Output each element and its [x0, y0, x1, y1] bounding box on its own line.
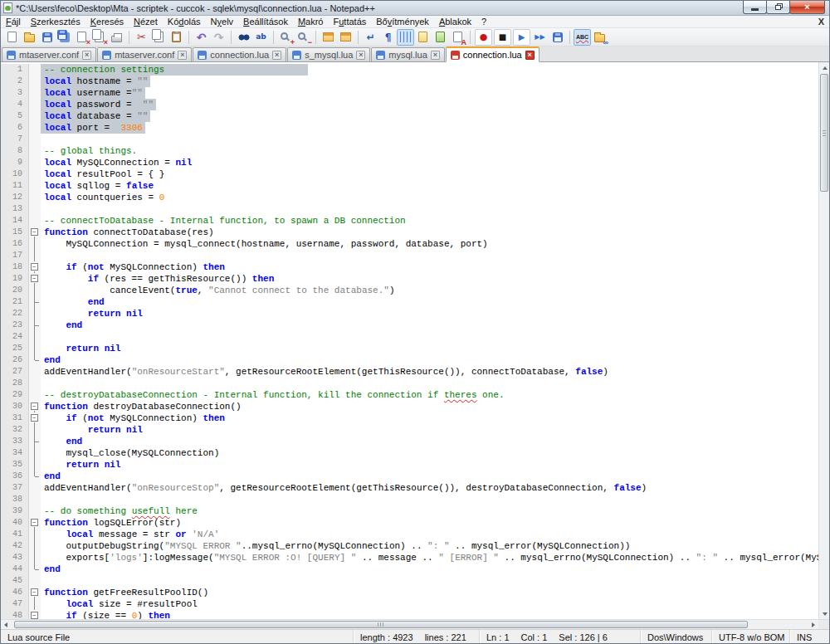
code-line[interactable]: 18− if (not MySQLConnection) then [1, 261, 818, 273]
code-line[interactable]: 7 [1, 134, 818, 145]
show-all-chars-button[interactable]: ¶ [379, 29, 397, 46]
scroll-left-arrow[interactable] [1, 620, 11, 630]
function-list-button[interactable]: A [449, 29, 466, 46]
save-all-button[interactable] [56, 29, 73, 46]
close-button[interactable]: × [789, 1, 825, 14]
code-line[interactable]: 34 mysql_close(MySQLConnection) [1, 447, 818, 459]
editor[interactable]: 1-- connection settings2local hostname =… [1, 62, 829, 619]
code-line[interactable]: 21 end [1, 296, 818, 308]
macro-save-button[interactable] [549, 29, 566, 46]
menu-item[interactable]: Nyelv [206, 17, 239, 27]
code-line[interactable]: 47 local size = #resultPool [1, 598, 818, 610]
tab-mysql.lua[interactable]: mysql.lua× [371, 47, 444, 61]
code-line[interactable]: 8-- global things. [1, 145, 818, 157]
status-eol-format[interactable]: Dos\Windows [640, 630, 711, 644]
code-line[interactable]: 42 outputDebugString("MYSQL ERROR "..mys… [1, 540, 818, 552]
code-line[interactable]: 11local sqllog = false [1, 180, 818, 192]
menu-item[interactable]: ? [476, 17, 491, 27]
tab-close-icon[interactable]: × [82, 51, 91, 60]
code-line[interactable]: 45 [1, 575, 818, 587]
sync-vertical-button[interactable] [320, 29, 337, 46]
fold-collapse-icon[interactable]: − [29, 587, 41, 598]
menu-item[interactable]: Bővítmények [371, 17, 434, 27]
sync-horizontal-button[interactable] [337, 29, 354, 46]
spell-check-button[interactable]: ABC [574, 29, 591, 46]
panel-button[interactable]: ∞ [591, 29, 608, 46]
code-line[interactable]: 14-- connectToDatabase - Internal functi… [1, 215, 818, 227]
code-line[interactable]: 17 [1, 250, 818, 261]
tab-mtaserver.conf[interactable]: mtaserver.conf× [2, 47, 96, 61]
tab-s_mysql.lua[interactable]: s_mysql.lua× [287, 47, 370, 61]
code-area[interactable]: 1-- connection settings2local hostname =… [1, 62, 818, 619]
menu-item[interactable]: Keresés [85, 17, 129, 27]
code-line[interactable]: 25 return nil [1, 343, 818, 354]
code-line[interactable]: 3local username ="" [1, 87, 818, 99]
zoom-out-button[interactable]: − [295, 29, 312, 46]
code-line[interactable]: 38 [1, 494, 818, 505]
doc-map-button[interactable] [432, 29, 449, 46]
code-line[interactable]: 4local password = "" [1, 99, 818, 110]
tab-connection.lua[interactable]: connection.lua× [193, 47, 286, 61]
save-button[interactable] [38, 29, 56, 46]
code-line[interactable]: 26end [1, 354, 818, 366]
code-line[interactable]: 24 [1, 331, 818, 343]
code-line[interactable]: 1-- connection settings [1, 64, 818, 76]
code-line[interactable]: 37addEventHandler("onResourceStop", getR… [1, 482, 818, 494]
menu-item[interactable]: Futtatás [329, 17, 372, 27]
code-line[interactable]: 23 end [1, 320, 818, 331]
code-line[interactable]: 10local resultPool = { } [1, 168, 818, 180]
menu-item[interactable]: Szerkesztés [26, 17, 85, 27]
horizontal-scrollbar-thumb[interactable] [14, 621, 748, 628]
code-line[interactable]: 41 local message = str or 'N/A' [1, 529, 818, 540]
fold-collapse-icon[interactable]: − [29, 261, 41, 273]
status-encoding[interactable]: UTF-8 w/o BOM [711, 630, 789, 644]
code-line[interactable]: 36end [1, 471, 818, 482]
code-line[interactable]: 30−function destroyDatabaseConnection() [1, 401, 818, 412]
tab-connection.lua[interactable]: connection.lua× [446, 46, 540, 62]
code-line[interactable]: 35 return nil [1, 459, 818, 471]
horizontal-scrollbar[interactable] [1, 619, 818, 629]
cut-button[interactable]: ✂ [133, 29, 150, 46]
title-bar[interactable]: *C:\Users\feco\Desktop\Mta - scriptek - … [1, 1, 829, 16]
print-button[interactable] [108, 29, 125, 46]
code-line[interactable]: 15−function connectToDatabase(res) [1, 227, 818, 238]
code-line[interactable]: 19− if (res == getThisResource()) then [1, 273, 818, 285]
menu-item[interactable]: Kódolás [163, 17, 206, 27]
minimize-button[interactable] [743, 1, 767, 14]
code-line[interactable]: 5local database = "" [1, 110, 818, 122]
fold-collapse-icon[interactable]: − [29, 273, 41, 285]
scroll-up-arrow[interactable] [819, 62, 829, 73]
code-line[interactable]: 12local countqueries = 0 [1, 192, 818, 203]
code-line[interactable]: 44end [1, 564, 818, 575]
macro-play-button[interactable]: ▶ [513, 29, 530, 46]
indent-guide-button[interactable] [397, 29, 414, 46]
close-all-button[interactable]: × [90, 29, 108, 46]
tab-mtaserver.conf[interactable]: mtaserver.conf× [97, 47, 192, 61]
redo-button[interactable]: ↷ [210, 29, 227, 46]
find-button[interactable] [235, 29, 252, 46]
copy-button[interactable] [150, 29, 168, 46]
restore-button[interactable] [766, 1, 790, 14]
code-line[interactable]: 27addEventHandler("onResourceStart", get… [1, 366, 818, 378]
code-line[interactable]: 22 return nil [1, 308, 818, 320]
menu-item[interactable]: Beállítások [238, 17, 293, 27]
code-line[interactable]: 31− if (not MySQLConnection) then [1, 412, 818, 424]
macro-multiplay-button[interactable]: ▶▶ [531, 29, 549, 46]
fold-collapse-icon[interactable]: − [29, 412, 41, 424]
menu-item[interactable]: Makró [293, 17, 329, 27]
code-line[interactable]: 13 [1, 203, 818, 215]
close-doc-button[interactable]: × [73, 29, 90, 46]
tab-close-icon[interactable]: × [356, 51, 365, 60]
new-file-button[interactable] [3, 29, 21, 46]
code-line[interactable]: 33 end [1, 436, 818, 447]
code-line[interactable]: 9local MySQLConnection = nil [1, 157, 818, 168]
paste-button[interactable] [168, 29, 185, 46]
code-line[interactable]: 39-- do something usefull here [1, 505, 818, 517]
replace-button[interactable]: ab [252, 29, 270, 46]
undo-button[interactable]: ↶ [193, 29, 210, 46]
zoom-in-button[interactable]: + [277, 29, 295, 46]
code-line[interactable]: 43 exports['logs']:logMessage("MYSQL ERR… [1, 552, 818, 564]
fold-collapse-icon[interactable]: − [29, 610, 41, 619]
tab-close-icon[interactable]: × [272, 51, 281, 60]
fold-collapse-icon[interactable]: − [29, 227, 41, 238]
